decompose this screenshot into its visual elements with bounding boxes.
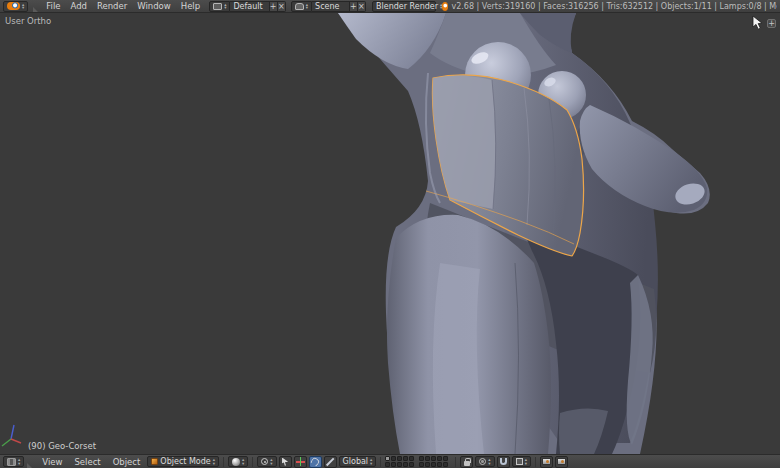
render-image-icon bbox=[542, 458, 551, 465]
screen-layout-name-field[interactable]: Default bbox=[230, 1, 269, 12]
delete-screen-layout-button[interactable]: × bbox=[278, 1, 286, 12]
rotate-icon bbox=[309, 456, 320, 467]
opengl-render-anim-button[interactable] bbox=[555, 456, 568, 468]
area-corner-grip[interactable] bbox=[27, 463, 32, 468]
snap-element-icon bbox=[516, 458, 523, 465]
layer-toggle-2[interactable] bbox=[391, 456, 396, 461]
layer-toggle-6[interactable] bbox=[385, 462, 390, 467]
menu-view[interactable]: View bbox=[37, 457, 67, 467]
manipulator-scale-button[interactable] bbox=[324, 456, 337, 468]
mode-selector[interactable]: Object Mode ▴▾ bbox=[147, 456, 219, 467]
transform-orientation-select[interactable]: Global ▴▾ bbox=[339, 456, 377, 467]
show-region-button[interactable]: + bbox=[767, 19, 776, 28]
menu-render[interactable]: Render bbox=[92, 1, 132, 11]
blender-window: ▴▾ File Add Render Window Help ▴▾ Defaul… bbox=[0, 0, 780, 468]
layer-toggle-12[interactable] bbox=[425, 456, 430, 461]
mode-value: Object Mode bbox=[160, 457, 210, 466]
menu-window[interactable]: Window bbox=[132, 1, 176, 11]
updown-arrows-icon: ▴▾ bbox=[213, 458, 215, 465]
updown-arrows-icon: ▴▾ bbox=[242, 458, 244, 465]
updown-arrows-icon: ▴▾ bbox=[488, 458, 490, 465]
layer-toggle-16[interactable] bbox=[419, 462, 424, 467]
orientation-value: Global bbox=[343, 457, 369, 466]
layer-toggle-10[interactable] bbox=[409, 462, 414, 467]
screen-layout-browse-button[interactable]: ▴▾ bbox=[209, 1, 230, 12]
layer-toggle-17[interactable] bbox=[425, 462, 430, 467]
thigh-highlight bbox=[433, 263, 484, 454]
magnet-icon bbox=[500, 458, 507, 465]
menu-file[interactable]: File bbox=[41, 1, 65, 11]
area-corner-grip[interactable] bbox=[33, 7, 38, 12]
pivot-point-icon bbox=[261, 458, 268, 465]
pointer-icon bbox=[282, 458, 288, 466]
scene-icon bbox=[295, 3, 304, 10]
layer-toggle-14[interactable] bbox=[437, 456, 442, 461]
layer-toggle-11[interactable] bbox=[419, 456, 424, 461]
mouse-cursor bbox=[752, 15, 764, 31]
menu-add[interactable]: Add bbox=[66, 1, 92, 11]
updown-arrows-icon: ▴▾ bbox=[270, 458, 272, 465]
add-scene-button[interactable]: + bbox=[350, 1, 358, 12]
render-engine-select[interactable]: Blender Render ▴▾ bbox=[372, 1, 436, 12]
manipulator-rotate-button[interactable] bbox=[309, 456, 322, 468]
layer-toggle-5[interactable] bbox=[409, 456, 414, 461]
layer-toggle-20[interactable] bbox=[443, 462, 448, 467]
proportional-edit-icon bbox=[479, 458, 486, 465]
menu-help[interactable]: Help bbox=[176, 1, 205, 11]
manipulator-translate-button[interactable] bbox=[294, 456, 307, 468]
viewport-shading-selector[interactable]: ▴▾ bbox=[228, 456, 248, 467]
snap-toggle-button[interactable] bbox=[497, 456, 510, 468]
scene-browse-button[interactable]: ▴▾ bbox=[291, 1, 312, 12]
render-animation-icon bbox=[557, 458, 566, 465]
view3d-editor-icon bbox=[7, 458, 16, 466]
view-name-label: User Ortho bbox=[5, 16, 51, 26]
scene-statistics: v2.68 | Verts:319160 | Faces:316256 | Tr… bbox=[451, 2, 777, 11]
axis-gizmo bbox=[0, 422, 26, 448]
layer-toggle-4[interactable] bbox=[403, 456, 408, 461]
proportional-edit-selector[interactable]: ▴▾ bbox=[475, 456, 494, 467]
updown-arrows-icon: ▴▾ bbox=[18, 458, 20, 465]
menu-select[interactable]: Select bbox=[69, 457, 105, 467]
layers-widget-group-2 bbox=[419, 456, 448, 467]
manipulator-toggle-button[interactable] bbox=[279, 456, 292, 468]
updown-arrows-icon: ▴▾ bbox=[525, 458, 527, 465]
scene-name-field[interactable]: Scene bbox=[312, 1, 350, 12]
shading-solid-icon bbox=[232, 458, 240, 466]
layer-toggle-1[interactable] bbox=[385, 456, 390, 461]
layer-toggle-3[interactable] bbox=[397, 456, 402, 461]
updown-arrows-icon: ▴▾ bbox=[224, 3, 226, 10]
layer-toggle-15[interactable] bbox=[443, 456, 448, 461]
lock-icon bbox=[464, 461, 470, 466]
blender-logo-icon bbox=[7, 2, 20, 10]
updown-arrows-icon: ▴▾ bbox=[22, 3, 24, 10]
model-3d-figure bbox=[0, 13, 780, 454]
viewport-3d[interactable]: User Ortho (90) Geo-Corset + bbox=[0, 13, 780, 454]
opengl-render-button[interactable] bbox=[540, 456, 553, 468]
layer-toggle-19[interactable] bbox=[437, 462, 442, 467]
scale-icon bbox=[326, 457, 334, 465]
blender-version-icon bbox=[442, 2, 448, 11]
screen-layout-icon bbox=[213, 3, 222, 10]
render-engine-value: Blender Render bbox=[376, 2, 438, 11]
layer-toggle-8[interactable] bbox=[397, 462, 402, 467]
layer-toggle-7[interactable] bbox=[391, 462, 396, 467]
menu-object[interactable]: Object bbox=[108, 457, 146, 467]
snap-element-selector[interactable]: ▴▾ bbox=[512, 456, 531, 467]
active-object-label: (90) Geo-Corset bbox=[28, 441, 96, 451]
blender-logo-menu[interactable]: ▴▾ bbox=[3, 1, 28, 12]
layer-toggle-9[interactable] bbox=[403, 462, 408, 467]
info-header: ▴▾ File Add Render Window Help ▴▾ Defaul… bbox=[0, 0, 780, 13]
view3d-header: ▴▾ View Select Object Object Mode ▴▾ ▴▾ … bbox=[0, 454, 780, 468]
delete-scene-button[interactable]: × bbox=[358, 1, 366, 12]
translate-icon bbox=[296, 457, 305, 466]
layer-toggle-13[interactable] bbox=[431, 456, 436, 461]
layers-widget-group-1 bbox=[385, 456, 414, 467]
layer-toggle-18[interactable] bbox=[431, 462, 436, 467]
editor-type-selector[interactable]: ▴▾ bbox=[3, 456, 24, 467]
lock-to-scene-button[interactable] bbox=[460, 456, 473, 468]
updown-arrows-icon: ▴▾ bbox=[306, 3, 308, 10]
object-mode-cube-icon bbox=[151, 458, 158, 465]
updown-arrows-icon: ▴▾ bbox=[370, 458, 372, 465]
add-screen-layout-button[interactable]: + bbox=[270, 1, 278, 12]
pivot-point-selector[interactable]: ▴▾ bbox=[257, 456, 276, 467]
